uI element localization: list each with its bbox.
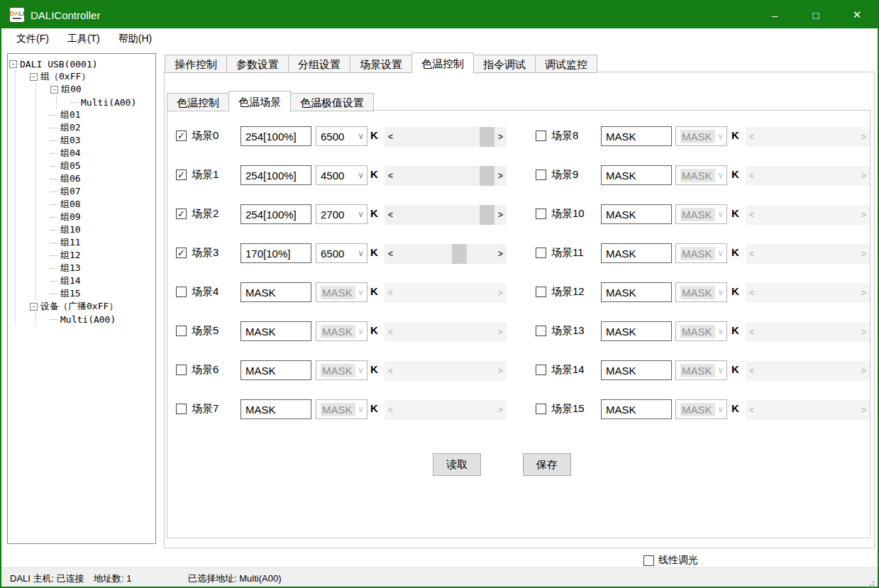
subtab-色温场景[interactable]: 色温场景 xyxy=(228,91,291,112)
scene-level-scrollbar[interactable]: <> xyxy=(746,127,870,147)
scene-level-input[interactable] xyxy=(601,360,672,380)
close-icon[interactable]: ✕ xyxy=(836,1,878,28)
scene-kelvin-dropdown[interactable]: MASK∨ xyxy=(316,360,367,380)
tab-参数设置[interactable]: 参数设置 xyxy=(226,55,289,73)
scene-kelvin-dropdown[interactable]: MASK∨ xyxy=(675,360,727,380)
tree-expand-icon[interactable]: - xyxy=(30,73,38,81)
read-button[interactable]: 读取 xyxy=(433,453,481,476)
scroll-left-icon[interactable]: < xyxy=(385,283,397,303)
scene-level-input[interactable] xyxy=(241,321,311,341)
scene-kelvin-dropdown[interactable]: MASK∨ xyxy=(316,282,367,302)
tree-node[interactable]: DALI USB(0001) xyxy=(20,59,98,70)
scroll-right-icon[interactable]: > xyxy=(494,127,507,147)
scroll-right-icon[interactable]: > xyxy=(858,400,870,420)
scene-kelvin-dropdown[interactable]: MASK∨ xyxy=(675,321,727,341)
tree-node[interactable]: 组（0xFF） xyxy=(40,70,90,83)
tree-node[interactable]: 组15 xyxy=(60,287,81,300)
scene-kelvin-dropdown[interactable]: MASK∨ xyxy=(316,399,367,419)
scene-checkbox[interactable] xyxy=(536,170,546,180)
scene-checkbox[interactable] xyxy=(176,365,187,375)
scene-level-input[interactable] xyxy=(601,243,672,263)
scroll-right-icon[interactable]: > xyxy=(494,244,507,264)
linear-dimming-checkbox[interactable] xyxy=(643,555,654,566)
scrollbar-thumb[interactable] xyxy=(480,205,494,225)
tree-node[interactable]: 组02 xyxy=(60,121,81,134)
scene-kelvin-dropdown[interactable]: 2700∨ xyxy=(316,204,367,224)
scene-kelvin-dropdown[interactable]: 6500∨ xyxy=(316,243,367,263)
scene-kelvin-dropdown[interactable]: MASK∨ xyxy=(675,165,727,185)
minimize-icon[interactable]: – xyxy=(754,1,795,28)
tree-expand-icon[interactable]: - xyxy=(30,303,38,311)
scroll-left-icon[interactable]: < xyxy=(746,283,758,303)
tree-expand-icon[interactable]: - xyxy=(50,86,58,94)
scroll-right-icon[interactable]: > xyxy=(494,205,507,225)
scene-level-scrollbar[interactable]: <> xyxy=(385,205,507,225)
tree-node[interactable]: 组07 xyxy=(60,185,81,198)
scene-level-scrollbar[interactable]: <> xyxy=(385,400,507,420)
tree-node[interactable]: 组08 xyxy=(60,198,81,211)
scroll-right-icon[interactable]: > xyxy=(858,127,870,147)
scroll-left-icon[interactable]: < xyxy=(746,127,758,147)
subtab-色温极值设置[interactable]: 色温极值设置 xyxy=(290,93,374,111)
tree-node[interactable]: 组06 xyxy=(60,172,81,185)
scroll-left-icon[interactable]: < xyxy=(385,166,397,186)
scroll-left-icon[interactable]: < xyxy=(385,127,397,147)
tab-调试监控[interactable]: 调试监控 xyxy=(535,55,597,73)
tab-操作控制[interactable]: 操作控制 xyxy=(165,55,227,73)
maximize-icon[interactable]: □ xyxy=(795,1,836,28)
scene-kelvin-dropdown[interactable]: 4500∨ xyxy=(316,165,367,185)
scene-kelvin-dropdown[interactable]: MASK∨ xyxy=(675,204,727,224)
menu-item[interactable]: 帮助(H) xyxy=(109,29,161,49)
tree-node[interactable]: 组00 xyxy=(61,83,82,96)
scene-checkbox[interactable]: ✓ xyxy=(176,170,187,180)
scene-level-scrollbar[interactable]: <> xyxy=(385,166,507,186)
scene-kelvin-dropdown[interactable]: MASK∨ xyxy=(675,243,727,263)
scroll-right-icon[interactable]: > xyxy=(494,283,507,303)
scene-checkbox[interactable] xyxy=(176,404,187,414)
scene-level-input[interactable] xyxy=(601,321,672,341)
tree-node[interactable]: 设备（广播0xFF） xyxy=(40,300,118,313)
scrollbar-thumb[interactable] xyxy=(452,244,467,264)
tree-node[interactable]: 组14 xyxy=(60,274,81,287)
scene-kelvin-dropdown[interactable]: MASK∨ xyxy=(675,399,727,419)
scroll-right-icon[interactable]: > xyxy=(494,361,507,381)
scene-checkbox[interactable] xyxy=(536,131,546,141)
scene-level-scrollbar[interactable]: <> xyxy=(746,205,870,225)
tab-色温控制[interactable]: 色温控制 xyxy=(411,52,474,74)
scene-level-scrollbar[interactable]: <> xyxy=(385,322,507,342)
scene-checkbox[interactable]: ✓ xyxy=(176,131,187,141)
scene-level-scrollbar[interactable]: <> xyxy=(746,322,870,342)
scene-level-input[interactable] xyxy=(241,399,311,419)
scrollbar-thumb[interactable] xyxy=(480,166,494,186)
scene-level-input[interactable] xyxy=(241,204,311,224)
tree-node[interactable]: 组01 xyxy=(60,109,81,121)
scene-checkbox[interactable] xyxy=(176,287,187,297)
tree-node[interactable]: 组13 xyxy=(60,262,81,274)
scene-level-input[interactable] xyxy=(241,165,311,185)
tab-分组设置[interactable]: 分组设置 xyxy=(288,55,350,73)
tree-expand-icon[interactable]: - xyxy=(9,60,17,68)
scene-level-scrollbar[interactable]: <> xyxy=(746,283,870,303)
tree-node[interactable]: 组04 xyxy=(60,147,81,160)
tree-node[interactable]: 组11 xyxy=(60,236,81,249)
scroll-left-icon[interactable]: < xyxy=(385,400,397,420)
scene-level-scrollbar[interactable]: <> xyxy=(385,127,507,147)
scene-level-scrollbar[interactable]: <> xyxy=(746,166,870,186)
menu-item[interactable]: 工具(T) xyxy=(58,29,109,49)
scroll-left-icon[interactable]: < xyxy=(746,322,758,342)
scene-checkbox[interactable] xyxy=(536,326,546,336)
scene-kelvin-dropdown[interactable]: MASK∨ xyxy=(675,126,727,146)
scene-checkbox[interactable]: ✓ xyxy=(176,248,187,258)
scroll-right-icon[interactable]: > xyxy=(858,166,870,186)
scene-level-scrollbar[interactable]: <> xyxy=(385,244,507,264)
scroll-right-icon[interactable]: > xyxy=(858,283,870,303)
scroll-right-icon[interactable]: > xyxy=(494,322,507,342)
tree-node[interactable]: 组12 xyxy=(60,249,81,262)
subtab-色温控制[interactable]: 色温控制 xyxy=(167,93,229,111)
scene-level-scrollbar[interactable]: <> xyxy=(385,283,507,303)
scene-checkbox[interactable]: ✓ xyxy=(176,209,187,219)
scroll-right-icon[interactable]: > xyxy=(494,400,507,420)
scene-checkbox[interactable] xyxy=(536,209,546,219)
tree-node[interactable]: 组05 xyxy=(60,160,81,172)
scene-level-input[interactable] xyxy=(241,243,311,263)
